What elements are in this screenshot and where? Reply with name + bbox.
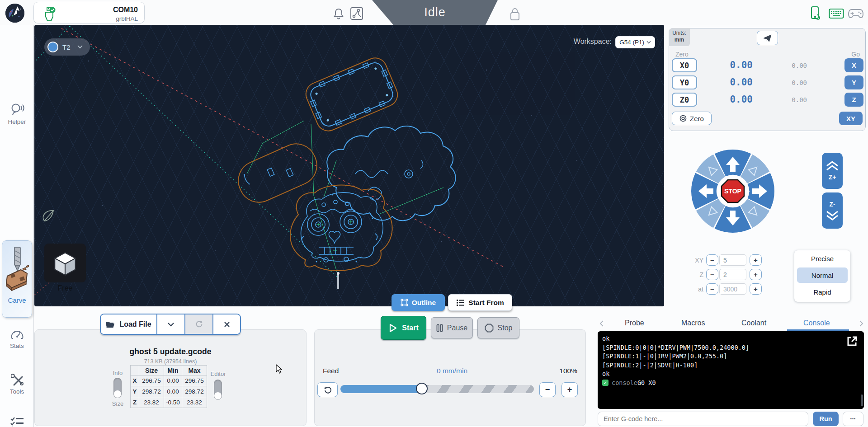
sidebar-item-helper[interactable]: Helper	[0, 103, 34, 125]
sidebar-item-config[interactable]: Config	[0, 417, 34, 427]
tab-console[interactable]: Console	[803, 319, 830, 327]
file-dimensions-table: Size Min Max X 296.75 0.00 296.75 Y 298.…	[130, 365, 207, 408]
expand-console-icon[interactable]	[846, 336, 858, 347]
console-line: ok	[602, 370, 859, 379]
go-z-button[interactable]: Z	[844, 93, 863, 107]
col-min: Min	[164, 366, 182, 375]
gcode-visualizer[interactable]: T2 Workspace: G54 (P1) Free	[34, 25, 664, 306]
jog-speed-input[interactable]	[719, 283, 746, 295]
command-source: console	[612, 379, 637, 388]
feed-slider-fill	[340, 385, 422, 393]
go-column-label: Go	[851, 51, 860, 58]
gamepad-icon[interactable]	[848, 8, 863, 19]
tool-indicator[interactable]: T2	[44, 38, 90, 56]
zero-z-button[interactable]: Z0	[672, 93, 697, 107]
app-logo[interactable]	[5, 4, 24, 23]
feed-decrement-button[interactable]: −	[539, 382, 556, 397]
config-checklist-icon	[10, 417, 24, 427]
camera-cube[interactable]	[44, 244, 86, 282]
mouse-cursor	[276, 364, 283, 374]
jog-z-increment-button[interactable]: +	[750, 269, 762, 280]
jog-speed-decrement-button[interactable]: −	[706, 283, 718, 295]
jog-z-step-input[interactable]	[719, 269, 746, 280]
active-tab-underline	[787, 329, 849, 331]
lock-icon[interactable]	[509, 7, 520, 21]
paper-plane-icon	[763, 34, 772, 42]
console-scrollbar-thumb[interactable]	[861, 394, 863, 406]
zero-all-button[interactable]: Zero	[672, 112, 712, 125]
jog-wheel[interactable]: Y+ Y- X- X+ STOP	[688, 146, 778, 236]
jog-xy-increment-button[interactable]: +	[750, 254, 762, 266]
sidebar-item-carve[interactable]: Carve	[2, 240, 32, 318]
preset-normal[interactable]: Normal	[797, 267, 848, 283]
start-label: Start	[402, 324, 418, 332]
feed-increment-button[interactable]: +	[561, 382, 578, 397]
remote-mode-phone-icon[interactable]	[810, 6, 822, 20]
dro-row-y: Y0 0.00 0.00 Y	[669, 75, 866, 89]
zero-y-button[interactable]: Y0	[672, 75, 697, 89]
toggle-knob	[214, 392, 222, 399]
start-from-button[interactable]: Start From	[448, 294, 512, 311]
editor-toggle[interactable]	[214, 380, 222, 400]
load-file-label: Load File	[119, 320, 151, 328]
go-y-button[interactable]: Y	[844, 75, 863, 89]
dro-panel: Units: mm Zero Go X0 0.00 0.00 X Y0 0.00…	[669, 28, 866, 131]
workspace-select[interactable]: G54 (P1)	[615, 36, 655, 48]
pause-job-button[interactable]: Pause	[431, 317, 473, 338]
feed-reset-button[interactable]	[317, 382, 338, 397]
connection-widget[interactable]: COM10 grblHAL	[33, 2, 145, 23]
jog-xy-label: XY	[692, 257, 703, 264]
preset-precise[interactable]: Precise	[794, 250, 850, 267]
keyboard-shortcuts-icon[interactable]	[829, 8, 844, 19]
tab-probe[interactable]: Probe	[625, 319, 644, 327]
console-output[interactable]: ok [SPINDLE:0|0|0|*DIRV|PWM|7500.0,24000…	[598, 331, 864, 409]
info-toggle-label-top: Info	[108, 370, 128, 376]
file-meta: 713 KB (37954 lines)	[80, 358, 261, 365]
tab-macros[interactable]: Macros	[681, 319, 705, 327]
jog-z-minus-button[interactable]: Z-	[822, 192, 843, 229]
feed-slider-track[interactable]	[340, 385, 534, 393]
console-line: [SPINDLE:2|-|2|SDVE|H-100]	[602, 361, 859, 370]
zero-x-button[interactable]: X0	[672, 58, 697, 72]
feed-percent: 100%	[542, 367, 577, 375]
start-job-button[interactable]: Start	[381, 316, 426, 340]
sidebar-item-tools[interactable]: Tools	[0, 374, 34, 395]
console-more-button[interactable]: •••	[843, 412, 863, 426]
chevron-down-icon	[77, 45, 83, 49]
go-xy-button[interactable]: XY	[839, 112, 863, 125]
tabs-scroll-right-icon[interactable]	[859, 320, 863, 327]
file-options-dropdown-button[interactable]	[156, 314, 184, 334]
wpos-y: 0.00	[705, 77, 753, 88]
tools-icon	[11, 374, 24, 386]
goto-zero-button[interactable]	[757, 31, 778, 45]
workspace-label: Workspace:	[574, 38, 612, 46]
jog-z-decrement-button[interactable]: −	[706, 269, 718, 280]
go-x-button[interactable]: X	[844, 58, 863, 72]
tabs-scroll-left-icon[interactable]	[599, 320, 604, 327]
preset-rapid[interactable]: Rapid	[794, 284, 850, 300]
load-file-button[interactable]: Load File	[101, 314, 156, 334]
info-size-toggle[interactable]	[113, 378, 122, 398]
notifications-bell-icon[interactable]	[333, 8, 344, 20]
jog-stop-button[interactable]: STOP	[722, 180, 744, 202]
double-chevron-up-icon	[826, 161, 839, 171]
stop-job-button[interactable]: Stop	[477, 317, 519, 338]
toolpath-render	[34, 25, 664, 306]
firmware-board-icon[interactable]	[350, 7, 363, 20]
jog-speed-increment-button[interactable]: +	[750, 283, 762, 295]
col-size: Size	[139, 366, 164, 375]
reload-file-button[interactable]	[184, 314, 212, 334]
jog-z-plus-button[interactable]: Z+	[822, 153, 843, 189]
close-file-button[interactable]	[212, 314, 240, 334]
jog-xy-step-input[interactable]	[719, 254, 746, 266]
folder-open-icon	[106, 321, 115, 328]
gcode-input[interactable]	[598, 412, 808, 426]
outline-button[interactable]: Outline	[392, 294, 445, 311]
tab-coolant[interactable]: Coolant	[741, 319, 766, 327]
run-gcode-button[interactable]: Run	[813, 412, 839, 426]
sidebar-item-stats[interactable]: Stats	[0, 328, 34, 349]
feed-slider-thumb[interactable]	[416, 383, 428, 394]
main-sidebar: Helper Carve	[0, 25, 34, 427]
wpos-z: 0.00	[705, 94, 753, 105]
jog-xy-decrement-button[interactable]: −	[706, 254, 718, 266]
